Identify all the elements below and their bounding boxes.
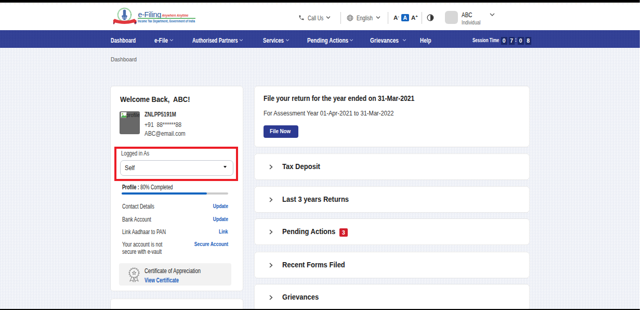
svg-text:Anywhere Anytime: Anywhere Anytime xyxy=(162,13,189,18)
svg-text:e-Filing: e-Filing xyxy=(138,10,162,19)
svg-text:Income Tax Department, Governm: Income Tax Department, Government of Ind… xyxy=(138,19,195,23)
